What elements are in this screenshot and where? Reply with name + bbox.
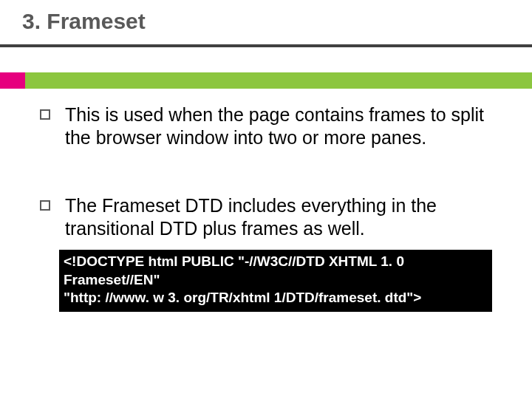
accent-bar (0, 72, 532, 89)
code-line: <!DOCTYPE html PUBLIC "-//W3C//DTD XHTML… (64, 253, 488, 289)
bullet-item: This is used when the page contains fram… (40, 103, 502, 150)
square-bullet-icon (40, 109, 50, 120)
doctype-code-box: <!DOCTYPE html PUBLIC "-//W3C//DTD XHTML… (59, 250, 492, 312)
bullet-item: The Frameset DTD includes everything in … (40, 194, 502, 241)
slide-title: 3. Frameset (22, 9, 146, 34)
bullet-text: This is used when the page contains fram… (65, 103, 502, 150)
title-underline (0, 44, 532, 47)
code-line: "http: //www. w 3. org/TR/xhtml 1/DTD/fr… (64, 289, 488, 307)
bullet-text: The Frameset DTD includes everything in … (65, 194, 502, 241)
accent-green (25, 72, 532, 89)
accent-pink (0, 72, 25, 89)
square-bullet-icon (40, 200, 50, 211)
slide: 3. Frameset This is used when the page c… (0, 0, 532, 399)
